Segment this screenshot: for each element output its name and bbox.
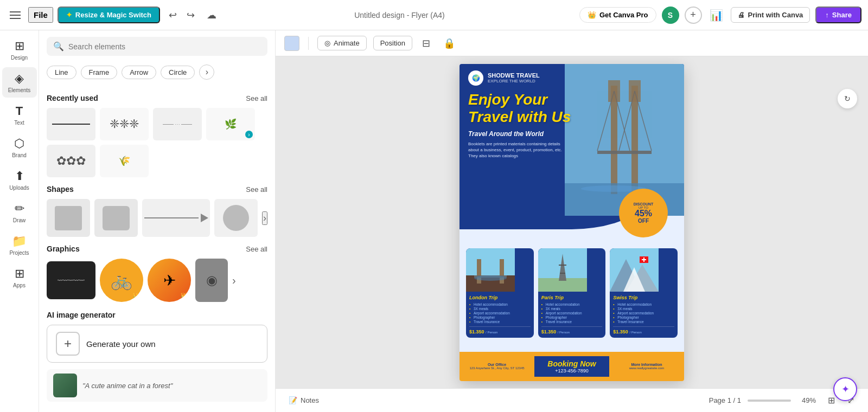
list-item[interactable]: ✿✿✿ xyxy=(47,145,95,177)
tag-line[interactable]: Line xyxy=(47,66,76,79)
logo-icon: 🌍 xyxy=(468,70,483,86)
search-icon: 🔍 xyxy=(53,41,64,52)
sidebar-item-projects[interactable]: 📁 Projects xyxy=(2,230,37,260)
refresh-button[interactable]: ↻ xyxy=(838,89,857,108)
magic-switch-button[interactable]: ✦ Resize & Magic Switch xyxy=(58,7,160,23)
add-account-button[interactable]: + xyxy=(685,7,702,24)
canvas-side: ◎ Animate Position ⊟ 🔒 ⊟ ⊟ ↻ xyxy=(276,30,868,412)
position-button[interactable]: Position xyxy=(373,36,412,50)
search-input[interactable] xyxy=(68,42,261,51)
list-item: Airport accommodation xyxy=(613,311,674,315)
footer-phone: +123-456-7890 xyxy=(555,368,588,374)
animate-button[interactable]: ◎ Animate xyxy=(317,36,367,50)
shapes-title: Shapes xyxy=(47,185,74,194)
file-button[interactable]: File xyxy=(28,7,53,23)
list-item: Airport accommodation xyxy=(541,311,603,315)
sidebar-item-uploads[interactable]: ⬆ Uploads xyxy=(2,165,37,195)
list-item[interactable] xyxy=(214,199,258,237)
list-item[interactable] xyxy=(142,199,210,237)
redo-button[interactable]: ↪ xyxy=(182,6,199,24)
office-address: 123 Anywhere St., Any City, ST 12345 xyxy=(469,366,524,370)
recently-used-header: Recently used See all xyxy=(47,94,267,102)
graphics-see-all[interactable]: See all xyxy=(246,245,267,253)
cloud-save-button[interactable]: ☁ xyxy=(203,6,220,24)
notes-button[interactable]: 📝 Notes xyxy=(284,394,323,407)
sidebar-item-apps[interactable]: ⊞ Apps xyxy=(2,262,37,293)
ai-prompt-preview[interactable]: "A cute anime cat in a forest" xyxy=(47,369,267,402)
search-input-wrap[interactable]: 🔍 xyxy=(47,37,267,56)
london-features: Hotel accommodation 3X meals Airport acc… xyxy=(469,302,531,324)
shapes-grid: › xyxy=(47,199,267,237)
swiss-features: Hotel accommodation 3X meals Airport acc… xyxy=(613,302,674,324)
floral2-element: ✿✿✿ xyxy=(56,154,86,168)
footer-booking: Booking Now +123-456-7890 xyxy=(534,356,609,377)
generate-own-label: Generate your own xyxy=(86,339,156,349)
graphics-more-button[interactable]: › xyxy=(232,274,236,287)
graphics-grid: 〰〰〰〰〰 🚲 👑 ✈ 👑 ◉ › xyxy=(47,259,267,302)
swiss-title: Swiss Trip xyxy=(613,295,674,300)
align-icon[interactable]: ⊟ xyxy=(419,35,433,52)
sidebar-item-draw[interactable]: ✏ Draw xyxy=(2,197,37,228)
assistant-button[interactable]: ✦ xyxy=(833,377,857,401)
sidebar-item-design[interactable]: ⊞ Design xyxy=(2,35,37,65)
zoom-slider[interactable] xyxy=(748,400,791,402)
list-item[interactable]: ✈ 👑 xyxy=(148,259,191,302)
canvas-wrapper[interactable]: ⊟ ⊟ ↻ xyxy=(276,56,868,388)
list-item[interactable]: 🚲 👑 xyxy=(100,259,143,302)
toolbar-divider xyxy=(308,37,309,50)
tag-arrow[interactable]: Arrow xyxy=(122,66,156,79)
generate-own-button[interactable]: + Generate your own xyxy=(47,325,267,363)
shapes-more-button[interactable]: › xyxy=(262,211,267,225)
ai-prompt-text: "A cute anime cat in a forest" xyxy=(82,382,173,390)
text-icon: T xyxy=(16,104,23,118)
notes-icon: 📝 xyxy=(289,396,297,404)
list-item: 3X meals xyxy=(613,307,674,311)
design-icon: ⊞ xyxy=(15,39,24,53)
list-item[interactable] xyxy=(47,108,95,140)
sidebar-item-brand[interactable]: ⬡ Brand xyxy=(2,132,37,163)
flyer-body-text: Booklets are printed materials containin… xyxy=(468,141,566,159)
lock-icon[interactable]: 🔒 xyxy=(440,35,458,52)
tag-circle[interactable]: Circle xyxy=(161,66,195,79)
list-item[interactable]: 🌿 › xyxy=(206,108,255,140)
undo-button[interactable]: ↩ xyxy=(164,6,181,24)
tag-frame[interactable]: Frame xyxy=(81,66,118,79)
share-button[interactable]: ↑ Share xyxy=(815,7,861,23)
ai-image-section: AI image generator + Generate your own "… xyxy=(47,311,267,402)
list-item[interactable]: 〰〰〰〰〰 xyxy=(47,261,95,299)
bicycle-icon: 🚲 xyxy=(111,270,132,291)
avatar[interactable]: S xyxy=(662,7,679,24)
animate-icon: ◎ xyxy=(324,39,330,47)
analytics-button[interactable]: 📊 xyxy=(707,7,725,24)
zoom-level[interactable]: 49% xyxy=(795,396,816,404)
list-item[interactable] xyxy=(47,199,90,237)
list-item[interactable]: ◉ xyxy=(195,259,228,302)
london-img xyxy=(466,248,534,292)
line-shape xyxy=(144,217,199,218)
draw-icon: ✏ xyxy=(15,202,24,216)
search-box: 🔍 xyxy=(39,30,275,62)
get-pro-button[interactable]: 👑 Get Canva Pro xyxy=(579,7,656,23)
list-item[interactable]: ⋯ xyxy=(153,108,202,140)
flyer-canvas[interactable]: 🌍 SHODWE TRAVEL EXPLORE THE WORLD Enjoy … xyxy=(459,64,684,381)
menu-icon[interactable] xyxy=(7,7,24,24)
main-layout: ⊞ Design ◈ Elements T Text ⬡ Brand ⬆ Upl… xyxy=(0,30,868,412)
print-button[interactable]: 🖨 Print with Canva xyxy=(731,7,810,23)
sidebar-item-text[interactable]: T Text xyxy=(2,100,37,130)
list-item[interactable]: 🌾 xyxy=(100,145,149,177)
recently-used-see-all[interactable]: See all xyxy=(246,94,267,102)
graphics-title: Graphics xyxy=(47,244,80,253)
share-icon: ↑ xyxy=(825,11,829,19)
list-item[interactable]: ❈❈❈ xyxy=(100,108,149,140)
sidebar-item-elements[interactable]: ◈ Elements xyxy=(2,67,37,98)
svg-rect-22 xyxy=(559,265,566,266)
paris-features: Hotel accommodation 3X meals Airport acc… xyxy=(541,302,603,324)
list-item[interactable] xyxy=(94,199,138,237)
floral-element: ❈❈❈ xyxy=(110,117,139,131)
paris-info: Paris Trip Hotel accommodation 3X meals … xyxy=(538,292,606,338)
shapes-see-all[interactable]: See all xyxy=(246,185,267,194)
svg-point-18 xyxy=(474,275,507,281)
ai-thumb xyxy=(53,374,77,397)
more-tags-button[interactable]: › xyxy=(199,65,214,80)
color-swatch[interactable] xyxy=(284,36,299,51)
